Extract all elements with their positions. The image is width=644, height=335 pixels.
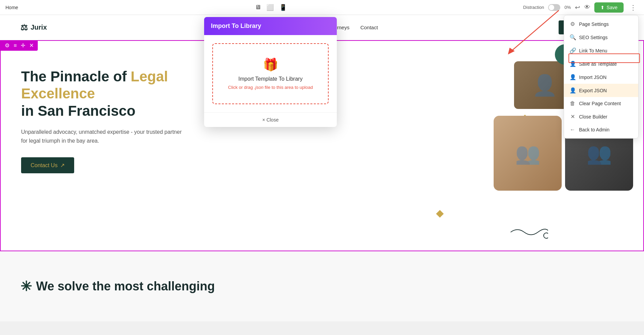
dropdown-back-to-admin[interactable]: ← Back to Admin bbox=[564, 123, 638, 136]
person-figure-left: 👥 bbox=[494, 116, 562, 191]
page-settings-icon: ⚙ bbox=[569, 21, 576, 27]
hero-image-bottom-left: 👥 bbox=[494, 116, 562, 191]
hero-close-button[interactable]: ✕ bbox=[28, 42, 35, 49]
hero-move-button[interactable]: ✛ bbox=[19, 42, 27, 49]
save-template-label: Save as Template bbox=[579, 61, 617, 67]
site-logo: ⚖ Jurix bbox=[20, 23, 47, 32]
logo-text: Jurix bbox=[31, 23, 47, 31]
dropdown-menu: ⚙ Page Settings 🔍 SEO Settings 🔗 Link To… bbox=[564, 15, 639, 139]
hero-title-plain: The Pinnacle of bbox=[21, 68, 131, 84]
hero-cta-button[interactable]: Contact Us ↗ bbox=[21, 157, 74, 173]
hero-title: The Pinnacle of Legal Excellence in San … bbox=[21, 68, 225, 119]
modal-title: Import To Library bbox=[211, 22, 261, 29]
hero-subtitle: Unparalleled advocacy, unmatched experti… bbox=[21, 128, 184, 145]
top-bar: Home 🖥 ⬜ 📱 Distraction 0% ↩ 👁 ⬆ Save ⋮ bbox=[0, 0, 644, 15]
drop-zone-icon: 🎁 bbox=[221, 58, 320, 72]
top-bar-right: Distraction 0% ↩ 👁 ⬆ Save ⋮ bbox=[523, 2, 639, 13]
mobile-icon[interactable]: 📱 bbox=[279, 4, 287, 11]
import-json-label: Import JSON bbox=[579, 75, 607, 80]
hero-layout-button[interactable]: ≡ bbox=[12, 42, 18, 49]
modal-body: 🎁 Import Template To Library Click or dr… bbox=[204, 35, 337, 112]
link-menu-label: Link To Menu bbox=[579, 48, 607, 53]
tablet-icon[interactable]: ⬜ bbox=[266, 4, 274, 11]
squiggle-decoration bbox=[507, 225, 548, 240]
desktop-icon[interactable]: 🖥 bbox=[255, 4, 261, 11]
asterisk-icon: ✳ bbox=[20, 278, 32, 294]
dropdown-page-settings[interactable]: ⚙ Page Settings bbox=[564, 17, 638, 31]
dropdown-seo-settings[interactable]: 🔍 SEO Settings bbox=[564, 31, 638, 44]
hero-title-end: in San Francisco bbox=[21, 103, 135, 119]
modal-footer: × Close bbox=[204, 112, 337, 127]
export-json-icon: 👤 bbox=[569, 87, 576, 94]
modal-header: Import To Library bbox=[204, 17, 337, 35]
hero-settings-button[interactable]: ⚙ bbox=[3, 42, 11, 49]
close-builder-icon: ✕ bbox=[569, 113, 576, 120]
section-title-text: We solve the most challenging bbox=[36, 279, 215, 293]
clear-page-label: Clear Page Content bbox=[579, 101, 621, 106]
link-menu-icon: 🔗 bbox=[569, 47, 576, 54]
distraction-toggle[interactable] bbox=[548, 4, 560, 11]
hero-cta-icon: ↗ bbox=[60, 162, 65, 169]
nav-contact[interactable]: Contact bbox=[360, 25, 378, 30]
modal-close-link[interactable]: × Close bbox=[262, 117, 279, 123]
dropdown-save-template[interactable]: 👤 Save as Template bbox=[564, 57, 638, 70]
hero-toolbar: ⚙ ≡ ✛ ✕ bbox=[1, 40, 38, 51]
undo-button[interactable]: ↩ bbox=[575, 4, 580, 11]
top-bar-left: Home bbox=[5, 5, 18, 10]
home-link[interactable]: Home bbox=[5, 5, 18, 10]
clear-page-icon: 🗑 bbox=[569, 100, 576, 107]
drop-zone-title: Import Template To Library bbox=[221, 76, 320, 82]
dropdown-clear-page[interactable]: 🗑 Clear Page Content bbox=[564, 97, 638, 110]
save-button[interactable]: ⬆ Save bbox=[594, 2, 624, 13]
dropdown-export-json[interactable]: 👤 Export JSON bbox=[564, 84, 638, 97]
distraction-label: Distraction bbox=[523, 5, 544, 10]
hero-content: The Pinnacle of Legal Excellence in San … bbox=[21, 68, 225, 173]
diamond-decoration-2 bbox=[436, 210, 444, 218]
more-options-button[interactable]: ⋮ bbox=[628, 3, 639, 12]
dropdown-import-json[interactable]: 👤 Import JSON bbox=[564, 70, 638, 84]
percent-label: 0% bbox=[564, 5, 571, 10]
save-icon: ⬆ bbox=[600, 5, 605, 10]
dropdown-close-builder[interactable]: ✕ Close Builder bbox=[564, 110, 638, 123]
export-json-label: Export JSON bbox=[579, 88, 607, 93]
seo-settings-label: SEO Settings bbox=[579, 35, 608, 40]
back-admin-icon: ← bbox=[569, 127, 576, 133]
preview-button[interactable]: 👁 bbox=[584, 4, 590, 11]
section-below: ✳ We solve the most challenging bbox=[0, 251, 644, 321]
svg-point-0 bbox=[544, 233, 548, 238]
import-modal: Import To Library 🎁 Import Template To L… bbox=[204, 17, 337, 127]
import-json-icon: 👤 bbox=[569, 74, 576, 80]
close-builder-label: Close Builder bbox=[579, 114, 607, 119]
drop-zone[interactable]: 🎁 Import Template To Library Click or dr… bbox=[212, 43, 329, 104]
back-admin-label: Back to Admin bbox=[579, 127, 610, 132]
dropdown-link-to-menu[interactable]: 🔗 Link To Menu bbox=[564, 44, 638, 57]
json-ext: .json bbox=[254, 85, 263, 90]
save-template-icon: 👤 bbox=[569, 61, 576, 67]
section-title: ✳ We solve the most challenging bbox=[20, 278, 624, 294]
logo-icon: ⚖ bbox=[20, 23, 28, 32]
device-switcher: 🖥 ⬜ 📱 bbox=[255, 4, 287, 11]
drop-zone-subtitle: Click or drag .json file to this area to… bbox=[221, 85, 320, 90]
seo-settings-icon: 🔍 bbox=[569, 34, 576, 41]
page-settings-label: Page Settings bbox=[579, 21, 609, 27]
